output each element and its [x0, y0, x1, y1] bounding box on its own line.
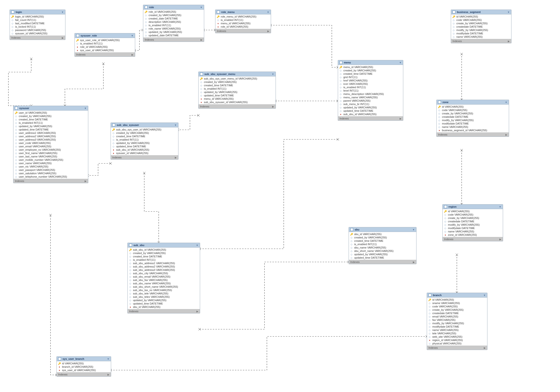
collapse-icon[interactable]: ▼: [272, 73, 274, 76]
indexes-section[interactable]: Indexes▶: [13, 179, 88, 183]
column-row[interactable]: ◇user_passport VARCHAR(255): [13, 168, 88, 172]
collapse-icon[interactable]: ▼: [505, 101, 507, 104]
expand-icon[interactable]: ▶: [505, 133, 507, 136]
column-row[interactable]: ◇modify_by VARCHAR(255): [437, 118, 509, 122]
column-row[interactable]: ◇modify_by VARCHAR(255): [427, 322, 487, 325]
column-row[interactable]: ♦sysuser_id VARCHAR(255): [111, 151, 178, 155]
table-role_menu[interactable]: role_menu▼🔑role_menu_id VARCHAR(255)◇is_…: [215, 10, 271, 33]
expand-icon[interactable]: ▶: [508, 40, 510, 43]
indexes-section[interactable]: Indexes▶: [349, 260, 416, 264]
column-row[interactable]: ◇tele VARCHAR(255): [427, 332, 487, 335]
column-row[interactable]: ◇last_modified DATETIME: [10, 22, 65, 25]
column-row[interactable]: ◇sub_menu_br INT(11): [338, 102, 403, 106]
column-row[interactable]: ◇role_name VARCHAR(255): [143, 27, 204, 30]
column-row[interactable]: ◇grid INT(11): [338, 76, 403, 79]
column-row[interactable]: ♦role_id VARCHAR(255): [75, 45, 135, 49]
column-row[interactable]: ◇is_enabled INT(11): [75, 42, 135, 45]
indexes-section[interactable]: Indexes▶: [215, 29, 271, 33]
table-header[interactable]: menu▼: [338, 60, 403, 65]
collapse-icon[interactable]: ▼: [200, 6, 202, 9]
column-row[interactable]: ◇created_by VARCHAR(255): [128, 251, 200, 255]
expand-icon[interactable]: ▶: [413, 261, 415, 264]
expand-icon[interactable]: ▶: [400, 117, 401, 120]
collapse-icon[interactable]: ▼: [196, 244, 198, 247]
table-login[interactable]: login▼🔑login_id VARCHAR(255)◇fail_count …: [10, 10, 65, 40]
table-header[interactable]: role▼: [143, 5, 204, 10]
column-row[interactable]: ♦sys_user_id VARCHAR(255): [75, 49, 135, 52]
column-row[interactable]: ◇created_time DATETIME: [349, 239, 416, 243]
column-row[interactable]: ◇user_nic VARCHAR(255): [13, 165, 88, 168]
column-row[interactable]: ◇created_time DATETIME: [13, 118, 88, 121]
indexes-section[interactable]: Indexes▶: [443, 237, 503, 241]
column-row[interactable]: ◇created_by VARCHAR(255): [13, 114, 88, 118]
collapse-icon[interactable]: ▼: [107, 358, 110, 360]
column-row[interactable]: ◇name VARCHAR(255): [437, 125, 509, 128]
collapse-icon[interactable]: ▼: [399, 61, 401, 64]
expand-icon[interactable]: ▶: [196, 310, 198, 313]
column-row[interactable]: ◇updated_time DATETIME: [199, 94, 276, 97]
table-zone[interactable]: zone▼🔑id VARCHAR(255)◇code VARCHAR(255)◇…: [436, 100, 509, 137]
column-row[interactable]: ◇is_enabled INT(11): [349, 243, 416, 246]
column-row[interactable]: ◇is_enabled INT(11): [199, 87, 276, 90]
column-row[interactable]: 🔑id VARCHAR(255): [437, 105, 509, 108]
column-row[interactable]: ◇web_site VARCHAR(255): [427, 335, 487, 338]
column-row[interactable]: ◇password VARCHAR(255): [10, 28, 65, 32]
column-row[interactable]: 🔑id VARCHAR(255): [57, 362, 111, 365]
column-row[interactable]: ◇created_time DATETIME: [338, 72, 403, 76]
column-row[interactable]: ◇createdate DATETIME: [451, 25, 511, 28]
column-row[interactable]: 🔑user_id VARCHAR(255): [13, 111, 88, 114]
indexes-section[interactable]: Indexes▶: [427, 346, 487, 350]
column-row[interactable]: ◇is_enabled INT(11): [143, 24, 204, 27]
table-sub_sbu[interactable]: sub_sbu▼🔑sub_sbu_id VARCHAR(255)◇created…: [127, 243, 200, 314]
column-row[interactable]: ♦role_id VARCHAR(255): [215, 25, 271, 28]
column-row[interactable]: ◇updated_by VARCHAR(255): [111, 141, 178, 145]
table-header[interactable]: sysuser_role▼: [75, 33, 135, 38]
expand-icon[interactable]: ▶: [108, 373, 110, 376]
column-row[interactable]: ♦sbu_id VARCHAR(255): [128, 305, 200, 309]
column-row[interactable]: ◇user_code VARCHAR(255): [13, 141, 88, 145]
column-row[interactable]: 🔑role_menu_id VARCHAR(255): [215, 15, 271, 18]
indexes-section[interactable]: Indexes▶: [75, 52, 135, 57]
column-row[interactable]: ◇icon VARCHAR(255): [338, 82, 403, 86]
column-row[interactable]: ◇is_enabled INT(11): [128, 258, 200, 262]
collapse-icon[interactable]: ▼: [507, 11, 510, 13]
column-row[interactable]: ◇sub_sbu_city VARCHAR(255): [128, 272, 200, 275]
column-row[interactable]: ◇menu_description VARCHAR(255): [338, 92, 403, 96]
collapse-icon[interactable]: ▼: [267, 11, 269, 13]
column-row[interactable]: ◇user_address3 VARCHAR(255): [13, 138, 88, 141]
column-row[interactable]: ◇updated_time DATETIME: [338, 109, 403, 112]
column-row[interactable]: ◇name VARCHAR(255): [451, 35, 511, 39]
column-row[interactable]: ◇sub_sbu_tax_no VARCHAR(255): [128, 288, 200, 292]
column-row[interactable]: ♦business_segment_id VARCHAR(255): [437, 128, 509, 132]
table-sysuser[interactable]: sysuser▼🔑user_id VARCHAR(255)◇created_by…: [13, 106, 88, 183]
column-row[interactable]: 🔑menu_id VARCHAR(255): [338, 65, 403, 69]
table-header[interactable]: sys_user_branch▼: [57, 357, 111, 361]
column-row[interactable]: ◇createdate DATETIME: [427, 312, 487, 315]
column-row[interactable]: ◇updated_by VARCHAR(255): [13, 125, 88, 128]
expand-icon[interactable]: ▶: [272, 105, 274, 108]
column-row[interactable]: ◇created_by VARCHAR(255): [338, 69, 403, 72]
table-header[interactable]: sub_sbu_sysuser▼: [111, 123, 178, 127]
column-row[interactable]: ◇sbu_name VARCHAR(255): [349, 246, 416, 249]
column-row[interactable]: ◇created_by VARCHAR(255): [111, 131, 178, 135]
indexes-section[interactable]: Indexes▶: [111, 155, 178, 159]
column-row[interactable]: ◇create_by VARCHAR(255): [451, 22, 511, 25]
column-row[interactable]: ♦region_id VARCHAR(255): [427, 338, 487, 342]
column-row[interactable]: ◇sysuser_id VARCHAR(255): [10, 32, 65, 35]
column-row[interactable]: ◇create_by VARCHAR(255): [443, 216, 503, 220]
column-row[interactable]: ♦menu_id VARCHAR(255): [199, 97, 276, 100]
collapse-icon[interactable]: ▼: [483, 294, 486, 297]
table-sbu[interactable]: sbu▼🔑sbu_id VARCHAR(255)◇created_by VARC…: [349, 227, 416, 264]
column-row[interactable]: ◇parent VARCHAR(255): [338, 99, 403, 102]
column-row[interactable]: ◇menu_name VARCHAR(255): [338, 96, 403, 99]
table-header[interactable]: role_menu▼: [215, 10, 271, 14]
expand-icon[interactable]: ▶: [267, 30, 269, 32]
table-header[interactable]: branch▼: [427, 293, 487, 298]
column-row[interactable]: 🔑id VARCHAR(255): [427, 298, 487, 301]
column-row[interactable]: ◇code VARCHAR(255): [427, 305, 487, 308]
column-row[interactable]: ♦branch_id VARCHAR(255): [57, 365, 111, 368]
column-row[interactable]: 🔑login_id VARCHAR(255): [10, 15, 65, 18]
column-row[interactable]: ◇href VARCHAR(255): [338, 79, 403, 82]
indexes-section[interactable]: Indexes▶: [57, 372, 111, 376]
column-row[interactable]: ◇updated_by VARCHAR(255): [199, 90, 276, 94]
